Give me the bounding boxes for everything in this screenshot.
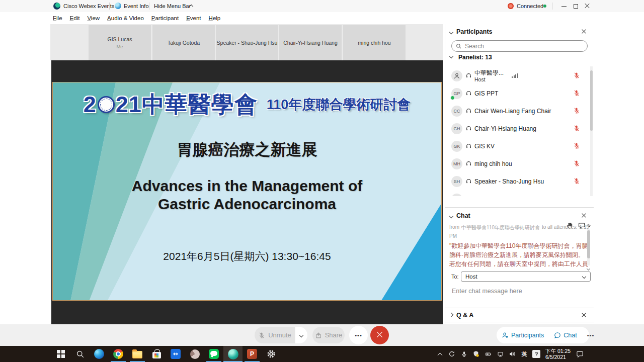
event-info-link[interactable]: Event Info (124, 3, 149, 9)
panelist-count-label: Panelist: 13 (458, 54, 492, 61)
menu-view[interactable]: View (87, 15, 100, 21)
scroll-up-icon[interactable] (587, 224, 590, 227)
slide-org-name: 中華醫學會 (142, 89, 258, 120)
chevron-down-icon[interactable] (449, 214, 453, 218)
mic-muted-icon[interactable] (573, 125, 580, 132)
chevron-down-icon (582, 275, 586, 279)
chat-toggle-button[interactable]: Chat (549, 332, 582, 339)
close-qa-icon[interactable] (581, 312, 588, 319)
close-participants-icon[interactable] (581, 28, 588, 35)
connection-green-dot (543, 5, 546, 8)
participant-name: Chair Wen-Liang Fang Chair (474, 108, 551, 115)
participant-row[interactable]: CC Chair Wen-Liang Fang Chair (445, 103, 591, 120)
ime-language-indicator[interactable]: 英 (518, 346, 530, 362)
tray-volume-icon[interactable] (506, 346, 518, 362)
edge-icon (94, 349, 104, 359)
video-tile-takuji-gotoda[interactable]: Takuji Gotoda (152, 25, 215, 60)
share-icon (315, 332, 322, 339)
mic-muted-icon[interactable] (573, 160, 580, 167)
taskbar-file-explorer-icon[interactable] (128, 346, 147, 362)
menu-participant[interactable]: Participant (151, 15, 179, 21)
chevron-right-icon[interactable] (449, 313, 453, 317)
avatar (451, 194, 462, 196)
menu-audio-video[interactable]: Audio & Video (107, 15, 144, 21)
powerpoint-icon: P (247, 349, 257, 359)
participant-name: ming chih hou (474, 160, 512, 167)
tray-security-shield-icon[interactable] (470, 346, 482, 362)
participant-name: Chair-Yi-Hsiang Huang (474, 125, 536, 132)
mic-muted-icon[interactable] (573, 142, 580, 149)
participant-row[interactable]: GP GIS PPT (445, 85, 591, 103)
hide-menu-bar-button[interactable]: Hide Menu Bar (154, 3, 191, 9)
end-event-button[interactable] (370, 326, 389, 344)
taskbar-powerpoint-icon[interactable]: P (243, 346, 262, 362)
minimize-button[interactable] (558, 1, 570, 12)
participants-scrollbar[interactable] (590, 66, 593, 196)
start-button[interactable] (51, 346, 70, 362)
connected-status: Connected (517, 3, 543, 9)
chat-message-input[interactable] (452, 288, 583, 295)
chat-scrollbar[interactable] (586, 224, 591, 270)
video-tile-ming-chih-hou[interactable]: ming chih hou (343, 25, 406, 60)
action-center-button[interactable] (574, 346, 586, 362)
show-hidden-icons-button[interactable] (434, 346, 446, 362)
share-button[interactable]: Share (312, 327, 345, 343)
tray-battery-icon[interactable] (482, 346, 494, 362)
mic-muted-icon[interactable] (573, 177, 580, 185)
menu-file[interactable]: File (53, 15, 62, 21)
presentation-stage: 2 21 中華醫學會 110年度聯合學術研討會 胃腺癌治療之新進展 Advanc… (51, 60, 443, 324)
chevron-up-icon (437, 352, 442, 357)
taskbar-teamviewer-icon[interactable] (166, 346, 185, 362)
participant-row[interactable]: SH Speaker - Shao-Jung Hsu (445, 173, 591, 191)
tray-network-icon[interactable] (494, 346, 506, 362)
more-panels-button[interactable]: ••• (582, 332, 600, 338)
taskbar-search-button[interactable] (70, 346, 90, 362)
ime-mode-icon[interactable] (530, 346, 542, 362)
participants-toggle-button[interactable]: Participants (497, 332, 549, 339)
unmute-options-button[interactable] (295, 327, 307, 343)
menu-event[interactable]: Event (186, 15, 201, 21)
section-divider (445, 308, 594, 308)
mic-muted-icon[interactable] (573, 107, 580, 114)
search-input[interactable] (465, 43, 566, 50)
clock-time: 下午 01:25 (545, 348, 571, 354)
close-chat-icon[interactable] (581, 212, 588, 219)
online-badge (450, 96, 455, 100)
participant-row[interactable]: CH Chair-Yi-Hsiang Huang (445, 120, 591, 138)
taskbar-clock[interactable]: 下午 01:25 6/5/2021 (542, 348, 574, 360)
menu-bar: File Edit View Audio & Video Participant… (53, 12, 220, 24)
tray-microphone-icon[interactable] (458, 346, 470, 362)
taskbar-edge-icon[interactable] (90, 346, 109, 362)
participant-row[interactable]: GK GIS KV (445, 138, 591, 155)
video-tile-speaker-hsu[interactable]: Speaker - Shao-Jung Hsu (216, 25, 278, 60)
taskbar-settings-icon[interactable] (262, 346, 281, 362)
chat-recipient-select[interactable]: Host (461, 272, 591, 282)
menu-edit[interactable]: Edit (70, 15, 80, 21)
more-options-button[interactable]: ••• (349, 326, 368, 344)
chevron-down-icon[interactable] (449, 30, 453, 34)
participant-row-host[interactable]: 中華醫學... Host (445, 67, 591, 85)
taskbar-store-icon[interactable] (147, 346, 166, 362)
recipient-value: Host (465, 274, 477, 280)
menu-help[interactable]: Help (209, 15, 221, 21)
taskbar-line-icon[interactable] (204, 346, 223, 362)
participant-search[interactable] (451, 40, 588, 52)
video-tile-gis-lucas[interactable]: GIS Lucas Me (89, 25, 151, 60)
title-bar: Cisco Webex Events Event Info Hide Menu … (0, 0, 644, 12)
taskbar-app-misc-icon[interactable] (185, 346, 204, 362)
video-tile-chair-huang[interactable]: Chair-Yi-Hsiang Huang (279, 25, 342, 60)
scroll-down-icon[interactable] (587, 267, 590, 270)
mic-muted-icon[interactable] (573, 72, 580, 79)
tray-sync-icon[interactable] (446, 346, 458, 362)
close-window-button[interactable] (582, 1, 593, 12)
chrome-icon (113, 349, 123, 359)
mic-muted-icon[interactable] (573, 89, 580, 97)
search-icon (456, 43, 462, 49)
headset-icon (465, 72, 472, 79)
taskbar-chrome-icon[interactable] (109, 346, 128, 362)
participant-row[interactable]: MH ming chih hou (445, 155, 591, 173)
unmute-button[interactable]: Unmute (255, 327, 295, 343)
participant-name: GIS KV (474, 143, 495, 150)
maximize-button[interactable] (570, 1, 581, 12)
taskbar-webex-icon[interactable] (223, 346, 243, 362)
